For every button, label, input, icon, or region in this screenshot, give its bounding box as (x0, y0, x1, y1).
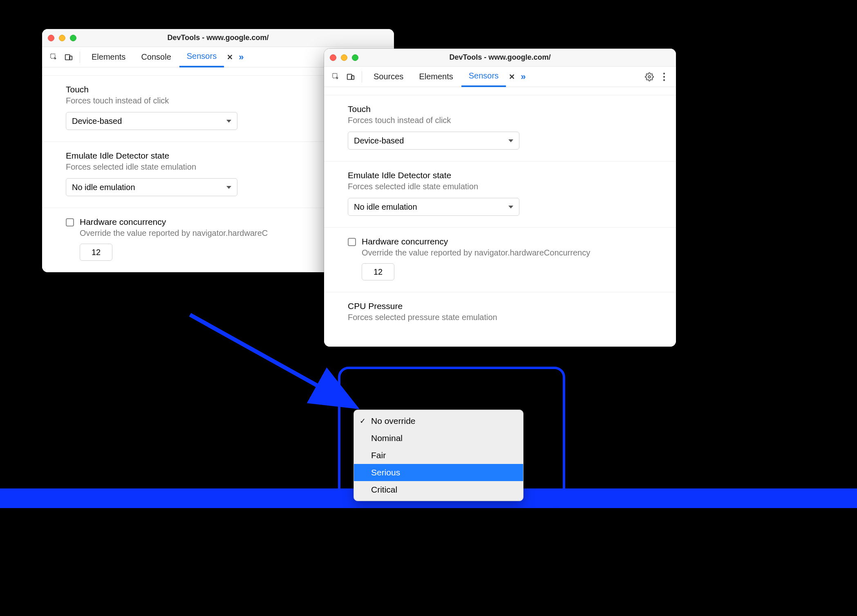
svg-point-7 (663, 72, 665, 74)
window-title: DevTools - www.google.com/ (42, 34, 394, 42)
zoom-window-button[interactable] (70, 35, 76, 41)
hw-heading: Hardware concurrency (80, 217, 268, 227)
idle-subtext: Forces selected idle state emulation (348, 182, 652, 191)
tab-elements[interactable]: Elements (84, 47, 133, 67)
touch-select[interactable]: Device-based (348, 132, 519, 150)
hw-heading: Hardware concurrency (362, 237, 590, 246)
idle-section: Emulate Idle Detector state Forces selec… (324, 161, 676, 228)
inspect-element-icon[interactable] (329, 70, 343, 84)
tab-console[interactable]: Console (134, 47, 178, 67)
tab-sensors[interactable]: Sensors (461, 67, 506, 87)
hardware-concurrency-section: Hardware concurrency Override the value … (324, 228, 676, 292)
more-tabs-icon[interactable]: » (517, 72, 527, 82)
close-window-button[interactable] (330, 54, 336, 61)
toolbar-divider (80, 52, 80, 63)
touch-select-value: Device-based (354, 136, 404, 146)
caret-down-icon (508, 139, 513, 142)
hw-concurrency-input[interactable]: 12 (362, 263, 394, 280)
sensors-panel: Touch Forces touch instead of click Devi… (324, 87, 676, 347)
cpu-pressure-dropdown[interactable]: ✓ No override Nominal Fair Serious Criti… (354, 410, 524, 501)
cpu-option-label: Critical (371, 485, 397, 495)
touch-subtext: Forces touch instead of click (348, 116, 652, 125)
window-controls (48, 35, 76, 41)
minimize-window-button[interactable] (59, 35, 65, 41)
caret-down-icon (226, 120, 231, 123)
svg-line-10 (190, 315, 331, 393)
tab-close-icon[interactable]: ✕ (225, 52, 235, 62)
cpu-option-serious[interactable]: Serious (354, 464, 523, 481)
idle-select[interactable]: No idle emulation (348, 198, 519, 216)
hw-concurrency-checkbox[interactable] (66, 218, 74, 226)
devtools-window-right: DevTools - www.google.com/ Sources Eleme… (324, 49, 676, 347)
cpu-pressure-heading: CPU Pressure (348, 301, 652, 311)
cpu-option-label: Serious (371, 468, 400, 477)
titlebar: DevTools - www.google.com/ (324, 49, 676, 67)
tab-sensors[interactable]: Sensors (179, 47, 224, 67)
devtools-toolbar: Sources Elements Sensors ✕ » (324, 67, 676, 87)
touch-select[interactable]: Device-based (66, 112, 237, 130)
cpu-option-critical[interactable]: Critical (354, 481, 523, 498)
device-toolbar-icon[interactable] (344, 70, 358, 84)
cpu-option-label: Fair (371, 450, 386, 460)
tab-elements[interactable]: Elements (412, 67, 460, 87)
hw-subtext: Override the value reported by navigator… (362, 248, 590, 258)
cpu-pressure-subtext: Forces selected pressure state emulation (348, 313, 652, 322)
touch-select-value: Device-based (72, 116, 122, 126)
svg-point-8 (663, 76, 665, 77)
window-title: DevTools - www.google.com/ (324, 53, 676, 62)
titlebar: DevTools - www.google.com/ (42, 29, 394, 47)
more-tabs-icon[interactable]: » (235, 52, 245, 63)
caret-down-icon (226, 186, 231, 189)
svg-point-6 (648, 76, 651, 78)
hw-subtext: Override the value reported by navigator… (80, 228, 268, 238)
tab-sources[interactable]: Sources (366, 67, 411, 87)
caret-down-icon (508, 206, 513, 208)
touch-heading: Touch (348, 104, 652, 114)
cpu-pressure-section: CPU Pressure Forces selected pressure st… (324, 292, 676, 347)
device-toolbar-icon[interactable] (62, 50, 76, 64)
touch-section: Touch Forces touch instead of click Devi… (324, 95, 676, 161)
cpu-option-fair[interactable]: Fair (354, 447, 523, 464)
idle-select[interactable]: No idle emulation (66, 178, 237, 196)
window-controls (330, 54, 358, 61)
panel-sliver (324, 87, 676, 95)
minimize-window-button[interactable] (341, 54, 347, 61)
idle-select-value: No idle emulation (354, 202, 417, 212)
cpu-option-nominal[interactable]: Nominal (354, 430, 523, 447)
inspect-element-icon[interactable] (47, 50, 61, 64)
hw-concurrency-input[interactable]: 12 (80, 244, 112, 261)
tab-close-icon[interactable]: ✕ (507, 72, 517, 82)
cpu-option-label: No override (371, 416, 416, 426)
more-options-icon[interactable] (657, 70, 671, 84)
settings-gear-icon[interactable] (642, 70, 656, 84)
idle-heading: Emulate Idle Detector state (348, 170, 652, 180)
hw-concurrency-checkbox[interactable] (348, 238, 356, 246)
zoom-window-button[interactable] (352, 54, 358, 61)
cpu-option-no-override[interactable]: ✓ No override (354, 412, 523, 430)
cpu-option-label: Nominal (371, 433, 403, 443)
idle-select-value: No idle emulation (72, 183, 135, 192)
toolbar-divider (362, 71, 362, 83)
svg-point-9 (663, 79, 665, 81)
checkmark-icon: ✓ (360, 417, 366, 426)
close-window-button[interactable] (48, 35, 54, 41)
